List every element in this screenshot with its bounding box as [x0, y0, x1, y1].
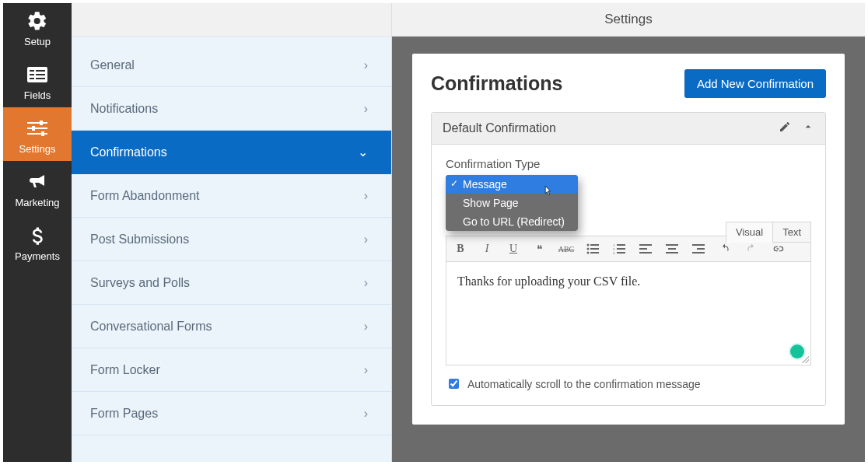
subnav-item-form-locker[interactable]: Form Locker › — [72, 348, 391, 392]
rail-item-marketing[interactable]: Marketing — [3, 161, 72, 215]
subnav-item-form-abandonment[interactable]: Form Abandonment › — [72, 174, 391, 218]
rail-label: Marketing — [3, 197, 72, 208]
svg-rect-16 — [590, 248, 599, 250]
subnav-label: Form Abandonment — [90, 189, 200, 203]
ol-button[interactable]: 123 — [611, 241, 627, 257]
rail-label: Fields — [3, 89, 72, 101]
card-header[interactable]: Default Confirmation — [432, 113, 825, 145]
chevron-right-icon: › — [364, 189, 368, 203]
svg-rect-31 — [692, 244, 705, 246]
sliders-icon — [3, 115, 72, 142]
align-left-button[interactable] — [638, 241, 653, 257]
add-new-confirmation-button[interactable]: Add New Confirmation — [684, 69, 826, 98]
main-header: Settings — [392, 3, 865, 37]
svg-rect-26 — [639, 248, 647, 250]
rail-label: Settings — [3, 143, 72, 155]
editor-tab-visual[interactable]: Visual — [726, 222, 773, 243]
svg-point-13 — [587, 244, 590, 246]
link-button[interactable] — [770, 241, 786, 257]
svg-rect-20 — [617, 244, 625, 246]
editor-tab-text[interactable]: Text — [772, 222, 811, 243]
rail-item-fields[interactable]: Fields — [3, 54, 72, 107]
subnav-label: Form Pages — [90, 407, 158, 421]
chevron-right-icon: › — [364, 58, 368, 72]
bullhorn-icon — [3, 169, 72, 195]
chevron-right-icon: › — [364, 363, 368, 377]
card-title: Default Confirmation — [443, 121, 556, 135]
subnav-item-general[interactable]: General › — [72, 44, 391, 87]
subnav-label: Conversational Forms — [90, 320, 212, 334]
dropdown-option-showpage[interactable]: Show Page — [446, 194, 578, 212]
resize-grip[interactable] — [801, 355, 809, 363]
subnav-label: Surveys and Polls — [90, 276, 190, 290]
svg-rect-11 — [32, 126, 35, 131]
dropdown-menu: Message Show Page Go to URL (Redirect) — [446, 175, 578, 231]
align-right-button[interactable] — [691, 241, 706, 257]
svg-rect-29 — [668, 248, 676, 250]
svg-rect-25 — [639, 244, 652, 246]
main-body: Confirmations Add New Confirmation Defau… — [392, 37, 865, 462]
panel-title: Confirmations — [431, 72, 562, 95]
svg-rect-28 — [666, 244, 678, 246]
chevron-right-icon: › — [364, 102, 368, 116]
svg-rect-8 — [27, 128, 47, 129]
edit-icon[interactable] — [779, 121, 791, 136]
subnav-spacer — [72, 3, 391, 37]
italic-button[interactable]: I — [479, 241, 495, 257]
svg-rect-3 — [30, 78, 34, 79]
quote-button[interactable]: ❝ — [532, 241, 548, 257]
subnav-item-form-pages[interactable]: Form Pages › — [72, 392, 391, 435]
align-center-button[interactable] — [664, 241, 680, 257]
subnav-label: General — [90, 58, 135, 72]
rail-item-payments[interactable]: Payments — [3, 215, 72, 268]
subnav-item-post-submissions[interactable]: Post Submissions › — [72, 218, 391, 261]
confirmation-card: Default Confirmation Confirmation Type — [431, 112, 826, 406]
svg-rect-6 — [36, 78, 45, 79]
auto-scroll-label: Automatically scroll to the confirmation… — [467, 378, 701, 390]
subnav-label: Confirmations — [90, 145, 167, 159]
rail-label: Setup — [3, 36, 72, 47]
svg-rect-27 — [639, 252, 652, 253]
main-area: Settings Confirmations Add New Confirmat… — [392, 3, 865, 462]
svg-rect-14 — [590, 244, 599, 246]
auto-scroll-row[interactable]: Automatically scroll to the confirmation… — [446, 376, 811, 391]
ul-button[interactable] — [585, 241, 600, 257]
subnav-item-notifications[interactable]: Notifications › — [72, 87, 391, 131]
subnav-item-conversational[interactable]: Conversational Forms › — [72, 305, 391, 348]
strike-button[interactable]: ABC — [558, 241, 574, 257]
svg-rect-33 — [692, 252, 705, 253]
svg-rect-22 — [617, 248, 625, 250]
chevron-right-icon: › — [364, 232, 368, 246]
dropdown-option-redirect[interactable]: Go to URL (Redirect) — [446, 212, 578, 231]
settings-subnav: General › Notifications › Confirmations … — [72, 3, 392, 462]
dollar-icon — [3, 222, 72, 249]
editor-content: Thanks for uploading your CSV file. — [457, 274, 640, 288]
svg-rect-2 — [30, 74, 34, 75]
gear-icon — [3, 8, 72, 34]
collapse-icon[interactable] — [802, 121, 814, 136]
main-header-title: Settings — [604, 12, 652, 27]
confirmation-type-label: Confirmation Type — [446, 157, 811, 170]
svg-point-15 — [587, 248, 590, 250]
subnav-label: Notifications — [90, 102, 158, 116]
dropdown-option-message[interactable]: Message — [446, 175, 578, 194]
svg-rect-1 — [30, 70, 34, 72]
svg-rect-18 — [590, 252, 599, 253]
rail-item-settings[interactable]: Settings — [3, 107, 72, 161]
editor-textarea[interactable]: Thanks for uploading your CSV file. — [446, 262, 810, 365]
chevron-down-icon: ⌄ — [358, 145, 368, 159]
rail-item-setup[interactable]: Setup — [3, 3, 72, 54]
bold-button[interactable]: B — [453, 241, 468, 257]
chevron-right-icon: › — [364, 407, 368, 421]
svg-rect-32 — [697, 248, 705, 250]
subnav-label: Post Submissions — [90, 232, 189, 246]
subnav-item-surveys[interactable]: Surveys and Polls › — [72, 261, 391, 305]
list-icon — [3, 61, 72, 88]
redo-button[interactable] — [744, 241, 759, 257]
editor: B I U ❝ ABC 123 — [446, 236, 811, 365]
auto-scroll-checkbox[interactable] — [449, 379, 459, 389]
subnav-item-confirmations[interactable]: Confirmations ⌄ — [72, 131, 391, 174]
svg-rect-4 — [36, 70, 45, 72]
undo-button[interactable] — [717, 241, 733, 257]
underline-button[interactable]: U — [506, 241, 521, 257]
